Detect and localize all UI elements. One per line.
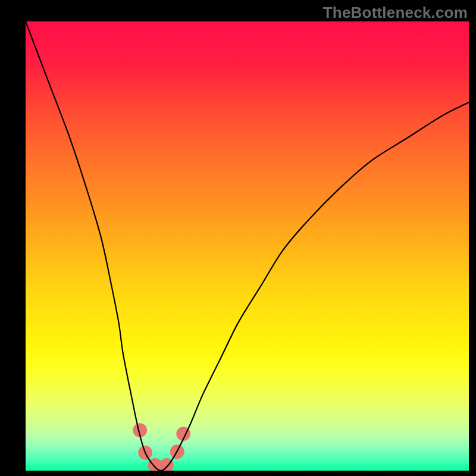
bottleneck-curve [26,21,469,471]
marker-blobs [133,423,190,471]
plot-area [26,21,469,471]
watermark-text: TheBottleneck.com [323,4,468,22]
frame: TheBottleneck.com [0,0,476,476]
chart-svg [26,21,469,471]
